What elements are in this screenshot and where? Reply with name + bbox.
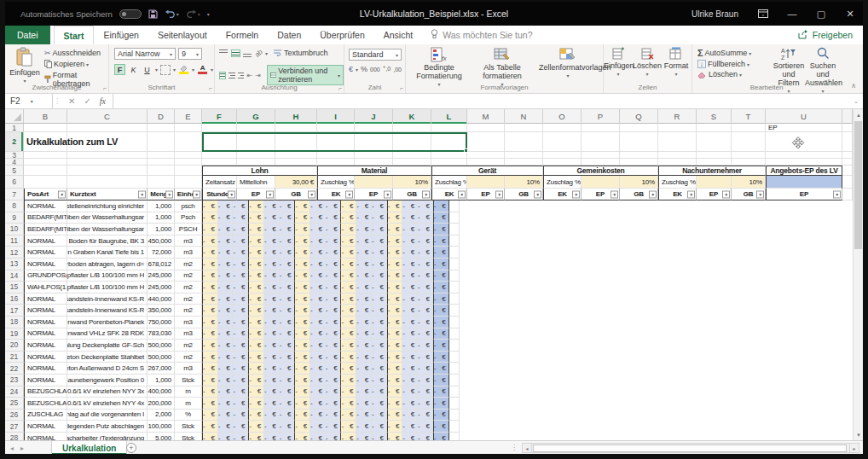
cell-E9[interactable]: Psch [175,212,202,224]
cell-J27[interactable]: -€ [264,421,280,433]
undo-dropdown-icon[interactable]: ▾ [176,11,179,17]
cell-B12[interactable]: NORMAL [24,247,67,259]
cell-H14[interactable]: -€ [233,270,248,282]
cell-C[interactable] [67,124,148,132]
cell-G10[interactable]: -€ [218,224,234,235]
filter-dropdown-icon-B[interactable]: ▼ [58,190,66,198]
cell-K13[interactable]: -€ [280,259,295,270]
filter-header-K[interactable]: GB▼ [393,189,431,200]
decrease-decimal-icon[interactable]: ,00 [393,67,402,73]
filter-dropdown-icon-K[interactable]: ▼ [422,190,430,198]
cell-S19[interactable]: -€ [402,328,418,340]
cell-J26[interactable]: -€ [264,410,280,421]
collapse-ribbon-icon[interactable]: ∧ [851,82,856,90]
cell-T9[interactable]: -€ [418,212,433,224]
cell-B8[interactable]: NORMAL [24,200,67,212]
cell-E19[interactable]: m3 [175,328,202,340]
scroll-right-icon[interactable]: ▸ [849,443,859,453]
cell-G23[interactable]: -€ [218,375,234,386]
cell-B15[interactable]: WAHLPOS(1.1 zu 1 [24,282,67,293]
paste-dropdown-icon[interactable]: ▾ [7,78,43,84]
share-button[interactable]: Freigeben [788,26,863,44]
filter-header-H[interactable]: GB▼ [275,189,317,200]
cell-S17[interactable]: -€ [402,305,418,317]
cell-E5[interactable] [175,166,202,176]
column-header-L[interactable]: L [431,109,467,124]
cell-T10[interactable]: -€ [418,224,433,235]
cell-O10[interactable]: -€ [340,224,356,235]
cell-N20[interactable]: -€ [326,340,341,352]
cell-I15[interactable]: -€ [248,282,264,293]
cell-L[interactable] [431,159,467,166]
cell-R[interactable] [658,152,697,159]
cell-B22[interactable]: NORMAL [24,363,67,375]
align-right-icon[interactable] [238,72,245,79]
cell-G8[interactable]: -€ [218,200,234,212]
cell-H[interactable] [275,124,317,132]
cell-G27[interactable]: -€ [218,421,234,433]
filter-dropdown-icon-N[interactable]: ▼ [534,190,541,198]
cell-F25[interactable]: -€ [202,398,218,410]
cell-R23[interactable]: -€ [387,375,403,386]
cell-N10[interactable]: -€ [326,224,341,235]
expand-formula-bar-icon[interactable]: ⌄ [849,94,863,108]
cell-H15[interactable]: -€ [233,282,248,293]
cell-G19[interactable]: -€ [218,328,234,340]
tab-ueberpruefen[interactable]: Überprüfen [310,26,374,44]
number-format-select[interactable]: Standard▾ [349,49,402,61]
cell-I6-zuschlag[interactable]: Zuschlag % [317,176,355,189]
add-sheet-icon[interactable]: + [126,443,136,453]
cell-E11[interactable]: m3 [175,235,202,247]
cell-R13[interactable]: -€ [387,259,403,270]
cell-S24[interactable]: -€ [402,386,418,398]
column-header-C[interactable]: C [67,109,148,124]
cell-J11[interactable]: -€ [264,235,280,247]
cell-I14[interactable]: -€ [248,270,264,282]
cell-C10[interactable]: Betreiben der Wasserhaltungsar [67,224,148,235]
filter-header-M[interactable]: EP▼ [467,189,505,200]
filter-dropdown-icon-P[interactable]: ▼ [610,190,618,198]
cell-N22[interactable]: -€ [326,363,341,375]
filter-header-Q[interactable]: GB▼ [620,189,658,200]
align-left-icon[interactable] [219,72,226,79]
cell-P16[interactable]: -€ [356,293,372,305]
cell-G12[interactable]: -€ [218,247,234,259]
align-top-icon[interactable] [219,49,229,57]
cell-P25[interactable]: -€ [356,398,372,410]
cell-L9[interactable]: -€ [294,212,310,224]
cell-N18[interactable]: -€ [326,317,341,328]
cell-O[interactable] [543,159,582,166]
cell-M14[interactable]: -€ [310,270,326,282]
cell-T17[interactable]: -€ [418,305,433,317]
cell-O19[interactable]: -€ [340,328,356,340]
cell-O28[interactable]: -€ [340,433,356,440]
filter-dropdown-icon-H[interactable]: ▼ [308,190,315,198]
underline-button[interactable]: U [142,64,153,75]
cell-P11[interactable]: -€ [356,235,372,247]
cell-D[interactable] [148,152,175,159]
cell-N12[interactable]: -€ [326,247,341,259]
filter-header-G[interactable]: EP▼ [237,189,275,200]
cell-T11[interactable]: -€ [418,235,433,247]
column-header-Q[interactable]: Q [620,109,658,124]
cell-M24[interactable]: -€ [310,386,326,398]
filter-header-J[interactable]: EP▼ [355,189,393,200]
cell-U23[interactable]: -€ [433,375,449,386]
cell-R28[interactable]: -€ [387,433,403,440]
cell-D25[interactable]: 200,000 [148,398,175,410]
cell-E23[interactable]: Stck [175,375,202,386]
cell-N26[interactable]: -€ [326,410,341,421]
cell-U12[interactable]: -€ [433,247,449,259]
filter-header-O[interactable]: EK▼ [543,189,582,200]
cell-I[interactable] [317,159,355,166]
cell-J23[interactable]: -€ [264,375,280,386]
cell-E13[interactable]: m2 [175,259,202,270]
font-color-icon[interactable]: A [197,64,208,75]
cell-B[interactable] [24,152,67,159]
cell-L[interactable] [431,152,467,159]
cell-U22[interactable]: -€ [433,363,449,375]
cell-C21[interactable]: Ortbeton Deckenplatte Stahlbet [67,352,148,363]
cell-M[interactable] [467,159,505,166]
merge-center-button[interactable]: Verbinden und zentrieren▾ [267,65,344,85]
cell-M25[interactable]: -€ [310,398,326,410]
